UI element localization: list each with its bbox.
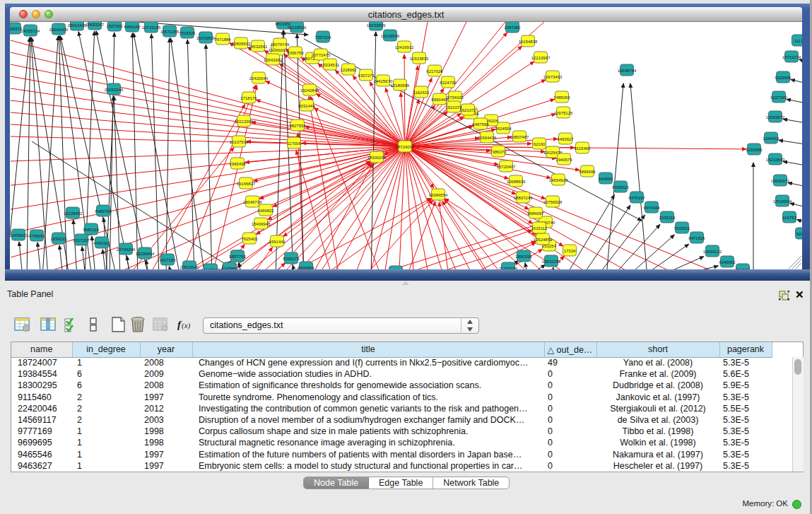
svg-text:6466160: 6466160 (124, 25, 141, 29)
svg-text:24055724: 24055724 (21, 29, 40, 33)
svg-text:10107533: 10107533 (230, 140, 249, 144)
svg-text:15720407: 15720407 (497, 165, 516, 169)
svg-text:20691406: 20691406 (49, 28, 69, 32)
svg-text:3917183: 3917183 (159, 258, 176, 262)
svg-text:5682115: 5682115 (83, 228, 100, 232)
svg-text:15076749: 15076749 (271, 42, 290, 47)
svg-text:1615112: 1615112 (531, 226, 548, 230)
svg-text:1244415: 1244415 (763, 136, 779, 141)
svg-text:13524851: 13524851 (534, 238, 553, 242)
svg-text:117006: 117006 (287, 141, 301, 146)
svg-text:8938923: 8938923 (612, 185, 629, 189)
svg-text:23706266: 23706266 (117, 247, 136, 252)
svg-text:8396759: 8396759 (287, 51, 304, 55)
svg-text:16046738: 16046738 (243, 200, 262, 204)
svg-text:10228452: 10228452 (64, 211, 83, 216)
svg-text:15157347: 15157347 (201, 268, 220, 270)
svg-text:(x): (x) (182, 321, 191, 330)
svg-text:21200396: 21200396 (499, 267, 518, 270)
svg-text:20813640: 20813640 (180, 265, 199, 269)
svg-text:8224730: 8224730 (440, 81, 457, 85)
svg-text:7632621: 7632621 (673, 226, 690, 230)
svg-text:18724007: 18724007 (396, 145, 415, 149)
svg-text:10654122: 10654122 (703, 250, 722, 254)
svg-text:16033809: 16033809 (196, 36, 216, 40)
svg-text:10719185: 10719185 (142, 25, 161, 30)
svg-text:20364436: 20364436 (478, 136, 497, 140)
svg-text:19832259: 19832259 (542, 259, 561, 264)
svg-text:8471626: 8471626 (688, 236, 705, 240)
svg-text:16210643: 16210643 (766, 158, 785, 162)
svg-text:9217207: 9217207 (73, 238, 90, 243)
svg-text:22420046: 22420046 (249, 76, 269, 81)
svg-text:15409948: 15409948 (252, 222, 271, 226)
svg-text:19384554: 19384554 (429, 193, 448, 197)
svg-text:16154838: 16154838 (519, 40, 538, 44)
svg-text:19218506: 19218506 (381, 34, 400, 38)
svg-text:1218062: 1218062 (340, 68, 357, 72)
svg-text:1965498: 1965498 (229, 162, 246, 166)
svg-text:16571355: 16571355 (160, 30, 180, 34)
svg-text:10323815: 10323815 (410, 57, 429, 61)
svg-text:12213369: 12213369 (235, 119, 254, 124)
svg-text:3624554: 3624554 (495, 127, 512, 131)
svg-text:2718176: 2718176 (240, 96, 257, 100)
svg-text:8336273: 8336273 (283, 257, 300, 261)
svg-text:9227343: 9227343 (770, 95, 787, 100)
svg-text:12975125: 12975125 (554, 111, 573, 115)
svg-text:9827552: 9827552 (289, 124, 306, 128)
svg-text:1839221: 1839221 (50, 237, 67, 241)
svg-text:10543362: 10543362 (264, 58, 283, 62)
svg-text:19166827: 19166827 (237, 182, 256, 186)
svg-text:10973493: 10973493 (543, 75, 563, 79)
svg-text:3215955: 3215955 (746, 148, 763, 152)
svg-text:7485063: 7485063 (553, 95, 570, 100)
svg-text:6479197: 6479197 (628, 196, 645, 200)
svg-text:6497568: 6497568 (472, 122, 489, 127)
svg-text:924565: 924565 (736, 268, 751, 270)
svg-text:15180586: 15180586 (391, 83, 410, 88)
svg-text:2935114: 2935114 (659, 216, 676, 220)
svg-text:7625402: 7625402 (241, 237, 258, 241)
svg-text:9734028: 9734028 (447, 95, 464, 100)
svg-text:1890399: 1890399 (515, 255, 532, 259)
svg-text:10807487: 10807487 (510, 135, 529, 139)
svg-text:164095: 164095 (599, 177, 613, 181)
svg-text:8806804: 8806804 (298, 266, 314, 270)
svg-text:24532561: 24532561 (249, 45, 268, 49)
svg-text:9329966: 9329966 (775, 76, 792, 80)
svg-text:9463627: 9463627 (557, 137, 574, 141)
svg-text:18300295: 18300295 (367, 156, 387, 160)
svg-text:8031441: 8031441 (298, 104, 315, 108)
svg-text:1527602: 1527602 (106, 24, 123, 28)
svg-text:15751074: 15751074 (782, 55, 801, 59)
svg-text:1621072: 1621072 (445, 105, 462, 110)
svg-text:16033809: 16033809 (367, 23, 386, 28)
svg-text:19242848: 19242848 (300, 88, 319, 93)
svg-text:6899695: 6899695 (579, 170, 596, 174)
svg-text:22455603: 22455603 (10, 233, 28, 238)
svg-text:2087682: 2087682 (504, 25, 521, 30)
svg-text:6357277: 6357277 (358, 74, 375, 78)
svg-text:12093872: 12093872 (766, 115, 785, 119)
svg-text:92450: 92450 (796, 232, 802, 236)
svg-text:17016504: 17016504 (773, 199, 792, 204)
svg-text:10653267: 10653267 (86, 23, 105, 27)
svg-text:1117: 1117 (794, 39, 802, 43)
svg-text:10688609: 10688609 (507, 180, 526, 184)
svg-text:19218506: 19218506 (288, 25, 307, 30)
svg-text:8489709: 8489709 (95, 209, 112, 214)
svg-text:18807249: 18807249 (514, 196, 533, 200)
svg-text:1621072: 1621072 (459, 108, 476, 112)
svg-text:7515526: 7515526 (179, 31, 196, 35)
svg-text:20772475: 20772475 (312, 53, 331, 57)
svg-text:4439167: 4439167 (93, 241, 110, 245)
svg-text:7386372: 7386372 (490, 150, 507, 154)
svg-text:12213967: 12213967 (531, 56, 551, 60)
svg-text:9684067: 9684067 (527, 211, 544, 216)
svg-text:15692971: 15692971 (771, 179, 790, 183)
svg-text:20053346: 20053346 (105, 88, 124, 92)
svg-text:62160: 62160 (534, 142, 546, 146)
svg-text:12416912: 12416912 (395, 45, 414, 49)
svg-text:1691441: 1691441 (269, 240, 286, 244)
